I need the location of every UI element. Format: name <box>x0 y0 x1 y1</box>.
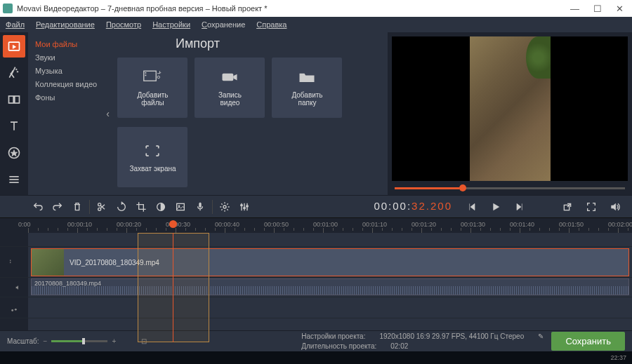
preview-frame <box>470 36 551 181</box>
tool-import[interactable] <box>3 35 25 58</box>
add-files-icon <box>143 69 162 86</box>
track-head-audio-linked[interactable] <box>0 278 28 297</box>
zoom-in-button[interactable]: + <box>112 337 116 345</box>
playhead[interactable] <box>173 233 173 342</box>
next-button[interactable] <box>510 197 529 217</box>
status-bar: Масштаб: − + ⊡ Настройки проекта: 1920x1… <box>0 330 632 351</box>
tool-stickers[interactable] <box>3 142 25 164</box>
save-button[interactable]: Сохранить <box>551 332 625 351</box>
fullscreen-button[interactable] <box>581 197 601 217</box>
ruler-label: 0:00 <box>18 221 31 228</box>
zoom-fit-icon[interactable]: ⊡ <box>141 337 147 345</box>
svg-point-14 <box>157 76 160 79</box>
split-button[interactable] <box>92 197 112 217</box>
tool-titles[interactable] <box>3 115 25 137</box>
close-button[interactable]: ✕ <box>616 4 624 14</box>
track-audio <box>0 297 632 318</box>
svg-rect-12 <box>145 72 147 74</box>
menu-file[interactable]: Файл <box>6 20 25 29</box>
duration-label: Длительность проекта: <box>301 342 376 351</box>
timeline-tracks: VID_20170808_180349.mp4 20170808_180349.… <box>0 233 632 339</box>
menu-view[interactable]: Просмотр <box>106 20 141 29</box>
menu-settings[interactable]: Настройки <box>152 20 190 29</box>
menu-edit[interactable]: Редактирование <box>36 20 95 29</box>
app-icon <box>3 4 13 13</box>
window-titlebar: Movavi Видеоредактор – 7-дневная пробная… <box>0 0 632 17</box>
timeline-ruler[interactable]: 0:0000:00:1000:00:2000:00:3000:00:4000:0… <box>0 217 632 233</box>
clock: 22:37 <box>610 354 626 361</box>
tool-transitions[interactable] <box>3 88 25 111</box>
svg-rect-33 <box>10 262 11 263</box>
preview-panel <box>388 32 632 195</box>
svg-rect-25 <box>241 204 243 205</box>
import-panel: Импорт Мои файлы Звуки Музыка Коллекция … <box>28 32 388 195</box>
tile-add-folder[interactable]: Добавить папку <box>272 58 342 118</box>
tile-screen-capture[interactable]: Захват экрана <box>117 127 187 187</box>
zoom-slider[interactable] <box>51 340 107 342</box>
rotate-button[interactable] <box>112 197 131 217</box>
svg-marker-1 <box>13 45 15 48</box>
ruler-label: 00:01:20 <box>412 221 436 228</box>
timeline-toolbar: 00:00:32.200 <box>0 195 632 217</box>
ruler-label: 00:00:10 <box>67 221 92 228</box>
timecode-display: 00:00:32.200 <box>374 200 452 213</box>
video-clip[interactable]: VID_20170808_180349.mp4 <box>31 248 629 276</box>
svg-point-3 <box>17 72 18 73</box>
maximize-button[interactable]: ☐ <box>593 4 602 14</box>
proj-settings-value: 1920x1080 16:9 29.97 FPS, 44100 Гц Стере… <box>379 332 524 342</box>
minimize-button[interactable]: — <box>570 4 579 14</box>
tile-label: Добавить папку <box>291 91 322 107</box>
settings-button[interactable] <box>215 197 235 217</box>
svg-rect-23 <box>199 203 202 208</box>
preview-viewport[interactable] <box>392 36 628 181</box>
cat-videocol[interactable]: Коллекция видео <box>35 78 103 91</box>
tile-add-files[interactable]: Добавить файлы <box>117 58 187 118</box>
track-video: VID_20170808_180349.mp4 <box>0 247 632 278</box>
svg-rect-15 <box>223 74 234 81</box>
camera-icon <box>220 69 239 86</box>
popout-button[interactable] <box>558 197 577 217</box>
svg-point-24 <box>223 205 226 208</box>
equalizer-button[interactable] <box>235 197 254 217</box>
cat-backgrounds[interactable]: Фоны <box>35 91 103 105</box>
audio-clip[interactable]: 20170808_180349.mp4 <box>31 278 629 295</box>
image-button[interactable] <box>171 197 190 217</box>
delete-button[interactable] <box>67 197 87 217</box>
play-button[interactable] <box>486 197 506 217</box>
cat-myfiles[interactable]: Мои файлы <box>35 38 103 51</box>
svg-point-34 <box>8 285 12 289</box>
cat-sounds[interactable]: Звуки <box>35 51 103 65</box>
undo-button[interactable] <box>28 197 48 217</box>
volume-button[interactable] <box>605 197 625 217</box>
seek-bar[interactable] <box>392 181 628 195</box>
ruler-label: 00:02:00 <box>608 221 632 228</box>
ruler-label: 00:01:10 <box>362 221 387 228</box>
collapse-handle[interactable]: ‹ <box>103 38 114 189</box>
mic-button[interactable] <box>190 197 210 217</box>
edit-proj-icon[interactable]: ✎ <box>538 332 544 342</box>
tile-record-video[interactable]: Запись видео <box>195 58 265 118</box>
screen-capture-icon <box>143 142 162 159</box>
menu-save[interactable]: Сохранение <box>202 20 245 29</box>
tile-label: Захват экрана <box>129 165 176 173</box>
tool-filters[interactable] <box>3 62 25 84</box>
zoom-out-button[interactable]: − <box>44 337 48 345</box>
waveform <box>32 286 628 295</box>
cat-music[interactable]: Музыка <box>35 65 103 78</box>
tool-more[interactable] <box>3 168 25 191</box>
svg-rect-31 <box>11 259 17 264</box>
crop-button[interactable] <box>131 197 151 217</box>
color-button[interactable] <box>151 197 171 217</box>
svg-marker-16 <box>234 74 237 81</box>
tile-label: Добавить файлы <box>137 91 168 107</box>
svg-rect-5 <box>15 96 20 103</box>
menu-help[interactable]: Справка <box>256 20 287 29</box>
track-head-overlay[interactable] <box>0 233 28 246</box>
track-head-audio[interactable] <box>0 297 28 318</box>
prev-button[interactable] <box>462 197 482 217</box>
timecode-white: 00:00: <box>374 200 412 212</box>
svg-marker-35 <box>16 285 18 290</box>
track-head-video[interactable] <box>0 247 28 277</box>
redo-button[interactable] <box>48 197 67 217</box>
proj-settings-label: Настройки проекта: <box>301 332 365 342</box>
